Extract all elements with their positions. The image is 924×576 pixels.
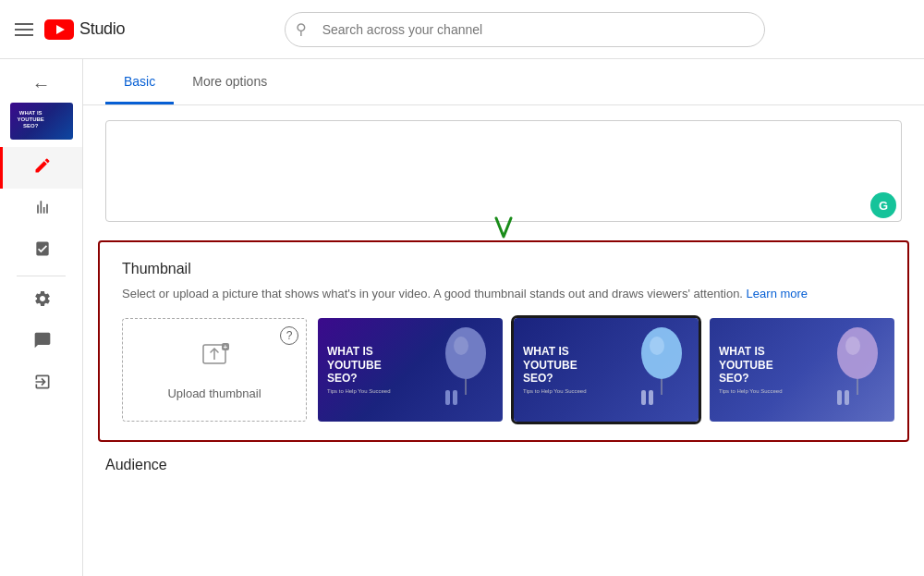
svg-rect-9: [445, 390, 450, 405]
svg-rect-10: [453, 390, 457, 405]
analytics-icon: [33, 198, 52, 221]
sidebar-item-exit[interactable]: [0, 363, 82, 405]
thumbnail-desc-text: Select or upload a picture that shows wh…: [122, 287, 743, 300]
upload-thumbnail-label: Upload thumbnail: [167, 386, 261, 400]
thumbnail-section: Thumbnail Select or upload a picture tha…: [98, 240, 909, 442]
logo: Studio: [44, 19, 125, 40]
search-icon: ⚲: [296, 20, 307, 38]
thumb1-text: WHAT ISYOUTUBESEO? Tips to Help You Succ…: [327, 345, 391, 393]
youtube-logo-icon: [44, 19, 74, 40]
main-layout: ← WHAT ISYOUTUBESEO?: [0, 59, 924, 576]
sidebar: ← WHAT ISYOUTUBESEO?: [0, 59, 83, 576]
help-icon[interactable]: ?: [280, 326, 298, 345]
sidebar-thumb-text: WHAT ISYOUTUBESEO?: [14, 106, 48, 134]
arrow-indicator: [487, 211, 520, 248]
description-section: G: [83, 105, 924, 240]
studio-text: Studio: [79, 19, 125, 39]
thumbnail-preview-1[interactable]: WHAT ISYOUTUBESEO? Tips to Help You Succ…: [318, 318, 503, 422]
upload-icon: +: [198, 339, 231, 379]
down-arrow-icon: [487, 211, 520, 244]
sidebar-divider: [17, 276, 66, 276]
thumbnail-description: Select or upload a picture that shows wh…: [122, 285, 885, 303]
menu-button[interactable]: [15, 23, 33, 36]
thumbnail-options: ? + Upload thumbnail: [122, 318, 885, 422]
thumb3-balloon: [830, 325, 885, 412]
thumb3-text: WHAT ISYOUTUBESEO? Tips to Help You Succ…: [719, 345, 783, 393]
tab-basic[interactable]: Basic: [105, 59, 174, 104]
top-header: Studio ⚲: [0, 0, 924, 59]
thumb1-balloon: [438, 325, 493, 412]
thumbnail-preview-3[interactable]: WHAT ISYOUTUBESEO? Tips to Help You Succ…: [710, 318, 894, 422]
editor-icon: [33, 239, 52, 263]
svg-point-11: [641, 327, 682, 379]
sidebar-item-editor[interactable]: [0, 230, 82, 272]
svg-point-16: [837, 327, 878, 379]
grammarly-badge: G: [870, 192, 896, 218]
search-input[interactable]: [285, 12, 765, 47]
sidebar-item-comments[interactable]: [0, 322, 82, 363]
audience-title: Audience: [105, 457, 902, 473]
thumb2-balloon: [634, 325, 689, 412]
tab-more-options[interactable]: More options: [174, 59, 286, 104]
svg-point-7: [454, 337, 468, 355]
thumb2-text: WHAT ISYOUTUBESEO? Tips to Help You Succ…: [523, 345, 587, 393]
description-textarea[interactable]: [105, 120, 902, 222]
edit-icon: [33, 156, 52, 179]
learn-more-link[interactable]: Learn more: [747, 287, 808, 300]
svg-rect-20: [845, 390, 849, 405]
exit-icon: [33, 373, 52, 396]
svg-rect-19: [837, 390, 842, 405]
upload-thumbnail-button[interactable]: ? + Upload thumbnail: [122, 318, 307, 422]
sidebar-item-analytics[interactable]: [0, 189, 82, 230]
svg-point-6: [445, 327, 486, 379]
content-area: Basic More options G Thumbnail Select or…: [83, 59, 924, 576]
svg-rect-14: [641, 390, 646, 405]
header-left: Studio: [15, 19, 125, 40]
svg-rect-15: [649, 390, 653, 405]
comments-icon: [33, 331, 52, 354]
sidebar-video-thumbnail[interactable]: WHAT ISYOUTUBESEO?: [10, 103, 73, 140]
sidebar-item-settings[interactable]: [0, 280, 82, 322]
back-arrow-icon: ←: [32, 74, 51, 95]
settings-icon: [33, 289, 52, 313]
sidebar-item-edit[interactable]: [0, 147, 82, 189]
audience-section: Audience: [83, 457, 924, 488]
back-button[interactable]: ←: [0, 67, 82, 99]
thumbnail-title: Thumbnail: [122, 261, 885, 277]
svg-point-17: [845, 337, 860, 355]
search-bar: ⚲: [285, 12, 765, 47]
tabs-bar: Basic More options: [83, 59, 924, 105]
svg-text:+: +: [224, 343, 228, 351]
thumbnail-preview-2[interactable]: WHAT ISYOUTUBESEO? Tips to Help You Succ…: [514, 318, 699, 422]
svg-point-12: [650, 337, 664, 355]
